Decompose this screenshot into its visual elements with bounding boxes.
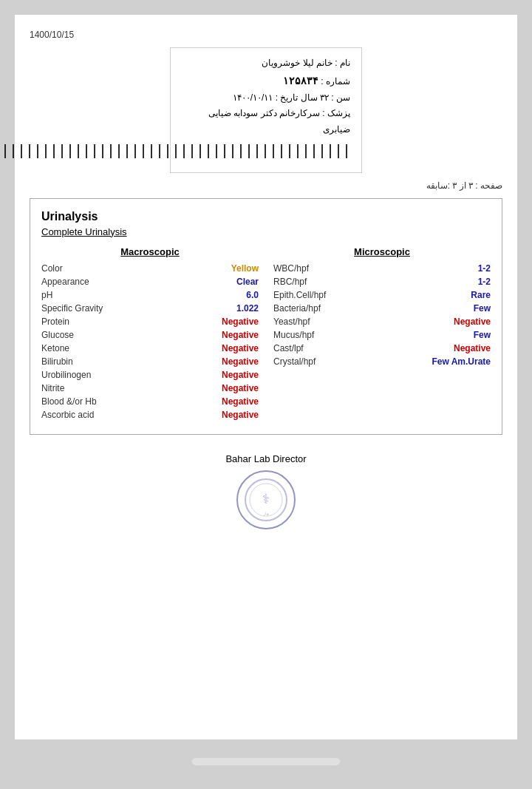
microscopic-row: Epith.Cell/hpf Rare (273, 290, 491, 300)
micro-value: 1-2 (478, 263, 491, 274)
macroscopic-header: Macroscopic (41, 246, 259, 257)
macro-label: Appearance (41, 277, 236, 287)
micro-label: RBC/hpf (273, 277, 478, 287)
micro-label: Crystal/hpf (273, 356, 432, 367)
macroscopic-col: Macroscopic Color YellowAppearance Clear… (41, 246, 259, 423)
micro-label: WBC/hpf (273, 263, 478, 274)
macro-label: Ascorbic acid (41, 410, 222, 420)
date-top: 1400/10/15 (30, 30, 502, 40)
macroscopic-rows: Color YellowAppearance ClearpH 6.0Specif… (41, 263, 259, 420)
report-title: Urinalysis (41, 210, 491, 223)
macro-value: Negative (222, 370, 259, 380)
patient-number: شماره : ۱۲۵۸۳۴ (182, 72, 350, 90)
doctor-name: پزشک : سرکارخانم دکتر سودابه ضیایی ضیابر… (182, 106, 350, 138)
age-date: سن : ۳۲ سال تاریخ : ۱۴۰۰/۱۰/۱۱ (182, 90, 350, 106)
header-box: نام : خانم لیلا خوشرویان شماره : ۱۲۵۸۳۴ … (170, 47, 362, 173)
macro-label: Glucose (41, 330, 222, 340)
microscopic-row: RBC/hpf 1-2 (273, 277, 491, 287)
macro-value: Negative (222, 383, 259, 393)
macro-label: Color (41, 263, 231, 274)
macro-value: Yellow (231, 263, 259, 274)
macro-label: Nitrite (41, 383, 222, 393)
microscopic-row: WBC/hpf 1-2 (273, 263, 491, 274)
micro-value: Negative (454, 316, 491, 327)
macro-value: Negative (222, 410, 259, 420)
macro-value: Negative (222, 343, 259, 353)
macroscopic-row: Appearance Clear (41, 277, 259, 287)
macro-label: Bilirubin (41, 356, 222, 367)
macro-value: Negative (222, 316, 259, 327)
macroscopic-row: Urobilinogen Negative (41, 370, 259, 380)
lab-stamp: ⚕ بهار (236, 470, 296, 529)
macroscopic-row: Protein Negative (41, 316, 259, 327)
barcode: ||||||||||||||||||||||||||||||||||||||||… (182, 138, 350, 165)
macro-value: Negative (222, 396, 259, 407)
macro-value: 1.022 (236, 303, 259, 314)
microscopic-row: Crystal/hpf Few Am.Urate (273, 356, 491, 367)
macro-label: Ketone (41, 343, 222, 353)
macro-label: Protein (41, 316, 222, 327)
macro-value: Negative (222, 330, 259, 340)
stamp-icon: ⚕ بهار (244, 478, 288, 522)
macro-label: pH (41, 290, 246, 300)
macro-label: Blood &/or Hb (41, 396, 222, 407)
macroscopic-row: Ketone Negative (41, 343, 259, 353)
macroscopic-row: Nitrite Negative (41, 383, 259, 393)
macroscopic-row: pH 6.0 (41, 290, 259, 300)
scrollbar[interactable] (192, 758, 340, 765)
micro-value: Few (474, 330, 491, 340)
columns-wrapper: Macroscopic Color YellowAppearance Clear… (41, 246, 491, 423)
macroscopic-row: Color Yellow (41, 263, 259, 274)
micro-label: Epith.Cell/hpf (273, 290, 471, 300)
microscopic-col: Microscopic WBC/hpf 1-2RBC/hpf 1-2Epith.… (273, 246, 491, 423)
page-info: صفحه : ۳ از ۳ :سابقه (30, 180, 502, 191)
macro-label: Specific Gravity (41, 303, 236, 314)
micro-value: Few (474, 303, 491, 314)
micro-value: Rare (471, 290, 491, 300)
director-section: Bahar Lab Director ⚕ بهار (30, 453, 502, 529)
patient-name: نام : خانم لیلا خوشرویان (182, 55, 350, 72)
microscopic-row: Cast/lpf Negative (273, 343, 491, 353)
microscopic-row: Yeast/hpf Negative (273, 316, 491, 327)
macroscopic-row: Specific Gravity 1.022 (41, 303, 259, 314)
macroscopic-row: Bilirubin Negative (41, 356, 259, 367)
macro-value: Clear (236, 277, 259, 287)
micro-value: Negative (454, 343, 491, 353)
macroscopic-row: Ascorbic acid Negative (41, 410, 259, 420)
director-name: Bahar Lab Director (30, 453, 502, 464)
page: 1400/10/15 نام : خانم لیلا خوشرویان شمار… (15, 15, 517, 739)
microscopic-row: Bacteria/hpf Few (273, 303, 491, 314)
macro-label: Urobilinogen (41, 370, 222, 380)
micro-label: Mucus/hpf (273, 330, 474, 340)
report-box: Urinalysis Complete Urinalysis Macroscop… (30, 198, 502, 435)
micro-value: Few Am.Urate (432, 356, 491, 367)
macroscopic-row: Blood &/or Hb Negative (41, 396, 259, 407)
microscopic-header: Microscopic (273, 246, 491, 257)
macroscopic-row: Glucose Negative (41, 330, 259, 340)
number-label: شماره : (321, 76, 350, 87)
macro-value: 6.0 (246, 290, 259, 300)
number-value: ۱۲۵۸۳۴ (283, 75, 318, 87)
svg-text:بهار: بهار (263, 511, 269, 516)
micro-label: Bacteria/hpf (273, 303, 474, 314)
microscopic-row: Mucus/hpf Few (273, 330, 491, 340)
micro-value: 1-2 (478, 277, 491, 287)
micro-label: Yeast/hpf (273, 316, 454, 327)
svg-text:⚕: ⚕ (262, 492, 270, 507)
micro-label: Cast/lpf (273, 343, 454, 353)
macro-value: Negative (222, 356, 259, 367)
report-subtitle: Complete Urinalysis (41, 226, 491, 237)
microscopic-rows: WBC/hpf 1-2RBC/hpf 1-2Epith.Cell/hpf Rar… (273, 263, 491, 367)
